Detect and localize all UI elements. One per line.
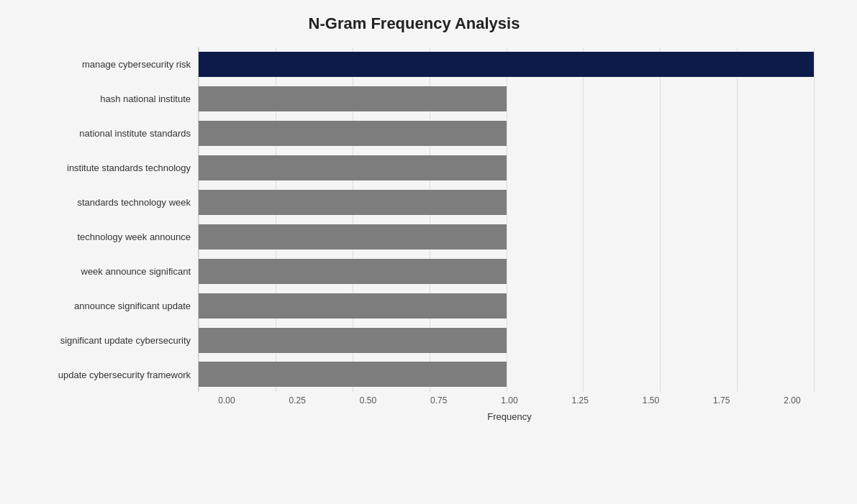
x-tick: 0.25 xyxy=(276,395,319,406)
bar-row xyxy=(199,117,814,150)
bar-row xyxy=(199,152,814,184)
y-label: standards technology week xyxy=(14,185,191,220)
y-label: week announce significant xyxy=(14,254,191,288)
bar-secondary xyxy=(199,86,507,111)
bar-primary xyxy=(199,52,814,77)
bars-section: manage cybersecurity riskhash national i… xyxy=(14,47,814,392)
bar-secondary xyxy=(199,190,507,215)
x-tick: 0.75 xyxy=(417,395,461,406)
y-label: manage cybersecurity risk xyxy=(14,47,191,82)
bar-row xyxy=(199,358,814,390)
x-tick: 1.25 xyxy=(558,395,602,406)
y-label: hash national institute xyxy=(14,82,191,116)
x-ticks: 0.000.250.500.751.001.251.501.752.00 xyxy=(205,392,814,406)
x-axis-label: Frequency xyxy=(205,411,814,422)
bar-row xyxy=(199,186,814,219)
bar-row xyxy=(199,290,814,322)
y-label: significant update cybersecurity xyxy=(14,323,191,357)
y-label: update cybersecurity framework xyxy=(14,357,191,392)
bar-secondary xyxy=(199,121,507,146)
bar-secondary xyxy=(199,259,507,284)
y-labels: manage cybersecurity riskhash national i… xyxy=(14,47,198,392)
x-tick: 1.00 xyxy=(488,395,531,406)
bar-secondary xyxy=(199,224,507,249)
bar-secondary xyxy=(199,362,507,387)
y-label: national institute standards xyxy=(14,116,191,151)
bar-secondary xyxy=(199,155,507,180)
y-label: announce significant update xyxy=(14,288,191,323)
bar-row xyxy=(199,83,814,115)
chart-container: N-Gram Frequency Analysis manage cyberse… xyxy=(0,0,857,504)
x-tick: 1.75 xyxy=(700,395,743,406)
x-axis: 0.000.250.500.751.001.251.501.752.00 Fre… xyxy=(205,392,814,422)
bar-secondary xyxy=(199,293,507,319)
bar-row xyxy=(199,255,814,288)
x-tick: 0.00 xyxy=(205,395,248,406)
x-tick: 1.50 xyxy=(630,395,673,406)
grid-line xyxy=(814,47,815,392)
bar-row xyxy=(199,324,814,357)
bar-secondary xyxy=(199,328,507,353)
bar-row xyxy=(199,48,814,81)
y-label: technology week announce xyxy=(14,220,191,255)
bar-row xyxy=(199,221,814,253)
chart-area: manage cybersecurity riskhash national i… xyxy=(14,47,814,422)
x-tick: 0.50 xyxy=(347,395,390,406)
chart-title: N-Gram Frequency Analysis xyxy=(14,14,814,33)
x-tick: 2.00 xyxy=(771,395,814,406)
y-label: institute standards technology xyxy=(14,151,191,185)
bars-plot xyxy=(198,47,814,392)
